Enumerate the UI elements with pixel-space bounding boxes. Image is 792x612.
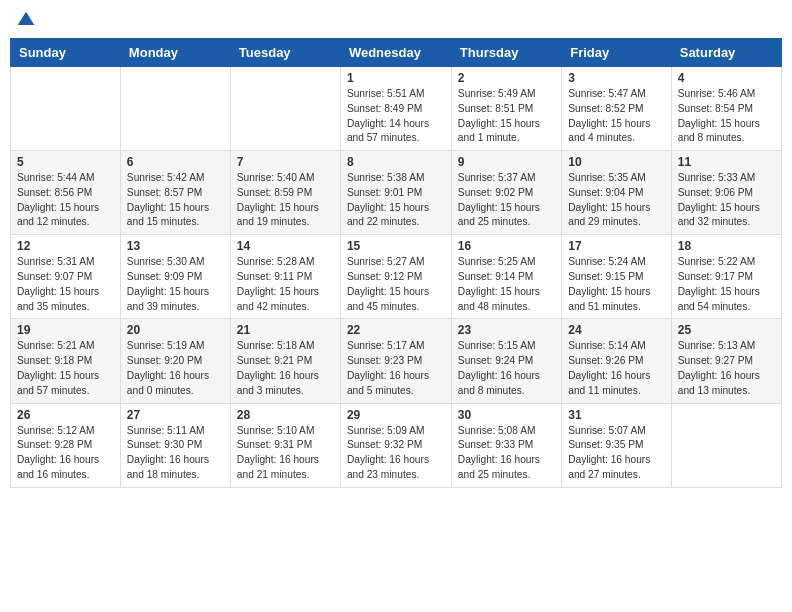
day-number: 21: [237, 323, 334, 337]
calendar-cell: 8Sunrise: 5:38 AM Sunset: 9:01 PM Daylig…: [340, 151, 451, 235]
day-number: 29: [347, 408, 445, 422]
calendar-cell: 27Sunrise: 5:11 AM Sunset: 9:30 PM Dayli…: [120, 403, 230, 487]
calendar-cell: 11Sunrise: 5:33 AM Sunset: 9:06 PM Dayli…: [671, 151, 781, 235]
logo: [14, 10, 36, 30]
weekday-header: Monday: [120, 39, 230, 67]
calendar-cell: 23Sunrise: 5:15 AM Sunset: 9:24 PM Dayli…: [451, 319, 561, 403]
svg-marker-0: [18, 12, 35, 25]
weekday-header: Tuesday: [230, 39, 340, 67]
day-number: 26: [17, 408, 114, 422]
day-info: Sunrise: 5:24 AM Sunset: 9:15 PM Dayligh…: [568, 255, 665, 314]
calendar-cell: 10Sunrise: 5:35 AM Sunset: 9:04 PM Dayli…: [562, 151, 672, 235]
day-info: Sunrise: 5:11 AM Sunset: 9:30 PM Dayligh…: [127, 424, 224, 483]
day-number: 11: [678, 155, 775, 169]
calendar-week-row: 1Sunrise: 5:51 AM Sunset: 8:49 PM Daylig…: [11, 67, 782, 151]
calendar-cell: 19Sunrise: 5:21 AM Sunset: 9:18 PM Dayli…: [11, 319, 121, 403]
day-number: 20: [127, 323, 224, 337]
calendar-week-row: 19Sunrise: 5:21 AM Sunset: 9:18 PM Dayli…: [11, 319, 782, 403]
day-number: 1: [347, 71, 445, 85]
day-number: 23: [458, 323, 555, 337]
calendar-week-row: 26Sunrise: 5:12 AM Sunset: 9:28 PM Dayli…: [11, 403, 782, 487]
day-number: 6: [127, 155, 224, 169]
day-info: Sunrise: 5:18 AM Sunset: 9:21 PM Dayligh…: [237, 339, 334, 398]
calendar-week-row: 5Sunrise: 5:44 AM Sunset: 8:56 PM Daylig…: [11, 151, 782, 235]
day-info: Sunrise: 5:10 AM Sunset: 9:31 PM Dayligh…: [237, 424, 334, 483]
day-info: Sunrise: 5:21 AM Sunset: 9:18 PM Dayligh…: [17, 339, 114, 398]
calendar-cell: [671, 403, 781, 487]
day-info: Sunrise: 5:49 AM Sunset: 8:51 PM Dayligh…: [458, 87, 555, 146]
calendar-cell: [120, 67, 230, 151]
day-number: 4: [678, 71, 775, 85]
day-info: Sunrise: 5:07 AM Sunset: 9:35 PM Dayligh…: [568, 424, 665, 483]
day-info: Sunrise: 5:40 AM Sunset: 8:59 PM Dayligh…: [237, 171, 334, 230]
calendar-cell: 14Sunrise: 5:28 AM Sunset: 9:11 PM Dayli…: [230, 235, 340, 319]
calendar-cell: 30Sunrise: 5:08 AM Sunset: 9:33 PM Dayli…: [451, 403, 561, 487]
day-number: 31: [568, 408, 665, 422]
calendar-cell: 28Sunrise: 5:10 AM Sunset: 9:31 PM Dayli…: [230, 403, 340, 487]
day-number: 12: [17, 239, 114, 253]
day-number: 18: [678, 239, 775, 253]
day-number: 14: [237, 239, 334, 253]
calendar-cell: 18Sunrise: 5:22 AM Sunset: 9:17 PM Dayli…: [671, 235, 781, 319]
day-number: 30: [458, 408, 555, 422]
weekday-header: Saturday: [671, 39, 781, 67]
day-number: 10: [568, 155, 665, 169]
weekday-header: Thursday: [451, 39, 561, 67]
day-info: Sunrise: 5:13 AM Sunset: 9:27 PM Dayligh…: [678, 339, 775, 398]
day-info: Sunrise: 5:19 AM Sunset: 9:20 PM Dayligh…: [127, 339, 224, 398]
calendar-cell: 13Sunrise: 5:30 AM Sunset: 9:09 PM Dayli…: [120, 235, 230, 319]
day-info: Sunrise: 5:27 AM Sunset: 9:12 PM Dayligh…: [347, 255, 445, 314]
day-info: Sunrise: 5:42 AM Sunset: 8:57 PM Dayligh…: [127, 171, 224, 230]
day-number: 28: [237, 408, 334, 422]
calendar: SundayMondayTuesdayWednesdayThursdayFrid…: [10, 38, 782, 488]
calendar-cell: 21Sunrise: 5:18 AM Sunset: 9:21 PM Dayli…: [230, 319, 340, 403]
day-info: Sunrise: 5:30 AM Sunset: 9:09 PM Dayligh…: [127, 255, 224, 314]
calendar-cell: 5Sunrise: 5:44 AM Sunset: 8:56 PM Daylig…: [11, 151, 121, 235]
weekday-header-row: SundayMondayTuesdayWednesdayThursdayFrid…: [11, 39, 782, 67]
calendar-cell: 2Sunrise: 5:49 AM Sunset: 8:51 PM Daylig…: [451, 67, 561, 151]
calendar-cell: 29Sunrise: 5:09 AM Sunset: 9:32 PM Dayli…: [340, 403, 451, 487]
calendar-cell: 7Sunrise: 5:40 AM Sunset: 8:59 PM Daylig…: [230, 151, 340, 235]
weekday-header: Wednesday: [340, 39, 451, 67]
day-info: Sunrise: 5:12 AM Sunset: 9:28 PM Dayligh…: [17, 424, 114, 483]
day-number: 19: [17, 323, 114, 337]
calendar-cell: 16Sunrise: 5:25 AM Sunset: 9:14 PM Dayli…: [451, 235, 561, 319]
calendar-cell: 22Sunrise: 5:17 AM Sunset: 9:23 PM Dayli…: [340, 319, 451, 403]
day-info: Sunrise: 5:25 AM Sunset: 9:14 PM Dayligh…: [458, 255, 555, 314]
day-info: Sunrise: 5:17 AM Sunset: 9:23 PM Dayligh…: [347, 339, 445, 398]
day-number: 27: [127, 408, 224, 422]
day-info: Sunrise: 5:35 AM Sunset: 9:04 PM Dayligh…: [568, 171, 665, 230]
calendar-cell: [230, 67, 340, 151]
weekday-header: Sunday: [11, 39, 121, 67]
day-info: Sunrise: 5:37 AM Sunset: 9:02 PM Dayligh…: [458, 171, 555, 230]
calendar-cell: [11, 67, 121, 151]
day-info: Sunrise: 5:44 AM Sunset: 8:56 PM Dayligh…: [17, 171, 114, 230]
day-info: Sunrise: 5:31 AM Sunset: 9:07 PM Dayligh…: [17, 255, 114, 314]
day-info: Sunrise: 5:09 AM Sunset: 9:32 PM Dayligh…: [347, 424, 445, 483]
calendar-week-row: 12Sunrise: 5:31 AM Sunset: 9:07 PM Dayli…: [11, 235, 782, 319]
weekday-header: Friday: [562, 39, 672, 67]
day-info: Sunrise: 5:22 AM Sunset: 9:17 PM Dayligh…: [678, 255, 775, 314]
calendar-cell: 4Sunrise: 5:46 AM Sunset: 8:54 PM Daylig…: [671, 67, 781, 151]
day-info: Sunrise: 5:14 AM Sunset: 9:26 PM Dayligh…: [568, 339, 665, 398]
calendar-cell: 24Sunrise: 5:14 AM Sunset: 9:26 PM Dayli…: [562, 319, 672, 403]
day-info: Sunrise: 5:08 AM Sunset: 9:33 PM Dayligh…: [458, 424, 555, 483]
calendar-cell: 12Sunrise: 5:31 AM Sunset: 9:07 PM Dayli…: [11, 235, 121, 319]
day-info: Sunrise: 5:28 AM Sunset: 9:11 PM Dayligh…: [237, 255, 334, 314]
day-number: 7: [237, 155, 334, 169]
day-number: 22: [347, 323, 445, 337]
calendar-cell: 3Sunrise: 5:47 AM Sunset: 8:52 PM Daylig…: [562, 67, 672, 151]
calendar-cell: 1Sunrise: 5:51 AM Sunset: 8:49 PM Daylig…: [340, 67, 451, 151]
day-number: 15: [347, 239, 445, 253]
day-info: Sunrise: 5:46 AM Sunset: 8:54 PM Dayligh…: [678, 87, 775, 146]
day-number: 5: [17, 155, 114, 169]
calendar-cell: 26Sunrise: 5:12 AM Sunset: 9:28 PM Dayli…: [11, 403, 121, 487]
day-number: 8: [347, 155, 445, 169]
day-number: 3: [568, 71, 665, 85]
day-info: Sunrise: 5:47 AM Sunset: 8:52 PM Dayligh…: [568, 87, 665, 146]
day-info: Sunrise: 5:33 AM Sunset: 9:06 PM Dayligh…: [678, 171, 775, 230]
calendar-cell: 31Sunrise: 5:07 AM Sunset: 9:35 PM Dayli…: [562, 403, 672, 487]
day-number: 16: [458, 239, 555, 253]
day-number: 25: [678, 323, 775, 337]
logo-icon: [16, 10, 36, 30]
